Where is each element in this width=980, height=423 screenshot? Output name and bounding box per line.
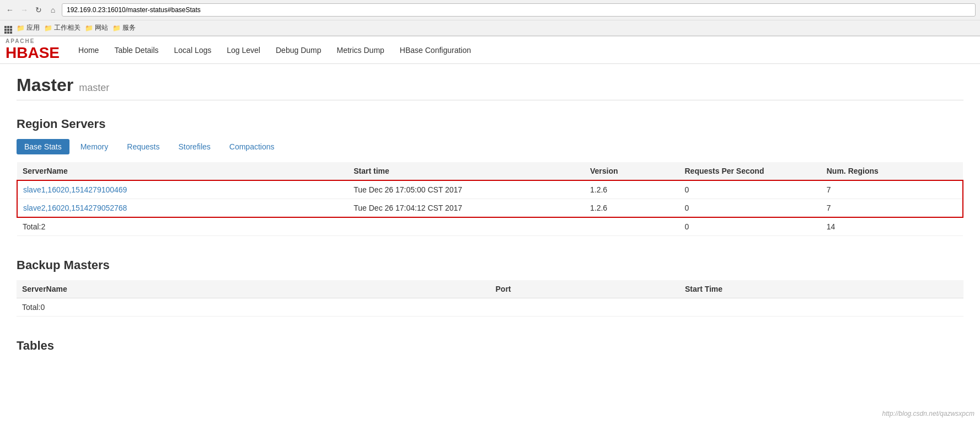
total-body: Total:2 0 14	[17, 217, 963, 236]
tab-compactions[interactable]: Compactions	[222, 139, 282, 154]
col-server-name: ServerName	[17, 162, 348, 180]
cell-regions: 7	[821, 180, 963, 199]
bookmark-label: 应用	[26, 23, 40, 33]
tab-storefiles[interactable]: Storefiles	[170, 139, 218, 154]
home-button[interactable]: ⌂	[47, 4, 58, 15]
backup-table-body: Total:0	[17, 298, 963, 317]
bookmark-service[interactable]: 📁 服务	[113, 23, 136, 33]
tab-base-stats[interactable]: Base Stats	[17, 139, 69, 154]
bookmark-label: 网站	[95, 23, 108, 33]
page-subtitle: master	[79, 82, 109, 94]
backup-total-row: Total:0	[17, 298, 963, 317]
table-body: slave1,16020,1514279100469 Tue Dec 26 17…	[17, 180, 963, 217]
folder-icon: 📁	[44, 24, 52, 32]
address-bar[interactable]	[62, 3, 976, 17]
tables-title: Tables	[17, 339, 963, 353]
col-version: Version	[585, 162, 679, 180]
main-content: Master master Region Servers Base Stats …	[0, 64, 980, 372]
folder-icon: 📁	[113, 24, 121, 32]
backup-total-start	[679, 298, 963, 317]
cell-server-name: slave2,16020,1514279052768	[17, 199, 348, 218]
logo-apache-text: APACHE	[6, 39, 60, 44]
backup-total-label: Total:0	[17, 298, 490, 317]
backup-masters-table: ServerName Port Start Time Total:0	[17, 280, 963, 317]
server-link-1[interactable]: slave1,16020,1514279100469	[23, 185, 127, 194]
cell-start-time: Tue Dec 26 17:05:00 CST 2017	[348, 180, 585, 199]
nav-local-logs[interactable]: Local Logs	[167, 36, 219, 64]
bookmark-work[interactable]: 📁 工作相关	[44, 23, 81, 33]
nav-links: Home Table Details Local Logs Log Level …	[71, 36, 479, 64]
backup-masters-section: Backup Masters ServerName Port Start Tim…	[17, 258, 963, 317]
cell-version: 1.2.6	[585, 180, 679, 199]
app-logo: APACHE H BASE	[6, 39, 60, 62]
logo-h: H	[6, 44, 17, 62]
region-servers-title: Region Servers	[17, 117, 963, 131]
table-row: slave1,16020,1514279100469 Tue Dec 26 17…	[17, 180, 963, 199]
nav-metrics-dump[interactable]: Metrics Dump	[329, 36, 392, 64]
apps-icon[interactable]	[4, 22, 12, 34]
back-button[interactable]: ←	[4, 4, 15, 15]
server-link-2[interactable]: slave2,16020,1514279052768	[23, 204, 127, 212]
total-regions: 14	[821, 217, 963, 236]
tab-requests[interactable]: Requests	[119, 139, 167, 154]
app-navbar: APACHE H BASE Home Table Details Local L…	[0, 36, 980, 64]
nav-hbase-config[interactable]: HBase Configuration	[392, 36, 479, 64]
tab-bar: Base Stats Memory Requests Storefiles Co…	[17, 139, 963, 154]
col-start-time: Start time	[348, 162, 585, 180]
region-servers-section: Region Servers Base Stats Memory Request…	[17, 117, 963, 236]
tab-memory[interactable]: Memory	[73, 139, 116, 154]
cell-version: 1.2.6	[585, 199, 679, 218]
folder-icon: 📁	[85, 24, 93, 32]
bookmarks-bar: 📁 应用 📁 工作相关 📁 网站 📁 服务	[0, 20, 980, 36]
backup-col-server: ServerName	[17, 280, 490, 298]
total-label: Total:2	[17, 217, 348, 236]
backup-total-port	[490, 298, 679, 317]
tables-section: Tables	[17, 339, 963, 353]
cell-start-time: Tue Dec 26 17:04:12 CST 2017	[348, 199, 585, 218]
logo-base: BASE	[17, 44, 60, 62]
backup-masters-title: Backup Masters	[17, 258, 963, 272]
bookmark-website[interactable]: 📁 网站	[85, 23, 108, 33]
backup-table-header: ServerName Port Start Time	[17, 280, 963, 298]
region-servers-table: ServerName Start time Version Requests P…	[17, 162, 963, 236]
page-title: Master	[17, 75, 73, 95]
col-num-regions: Num. Regions	[821, 162, 963, 180]
browser-toolbar: ← → ↻ ⌂	[0, 0, 980, 20]
cell-regions: 7	[821, 199, 963, 218]
total-requests: 0	[679, 217, 821, 236]
nav-log-level[interactable]: Log Level	[219, 36, 268, 64]
backup-col-start-time: Start Time	[679, 280, 963, 298]
nav-home[interactable]: Home	[71, 36, 106, 64]
total-start	[348, 217, 585, 236]
title-divider	[17, 100, 963, 100]
table-header: ServerName Start time Version Requests P…	[17, 162, 963, 180]
cell-server-name: slave1,16020,1514279100469	[17, 180, 348, 199]
cell-requests: 0	[679, 199, 821, 218]
table-total-row: Total:2 0 14	[17, 217, 963, 236]
folder-icon: 📁	[17, 24, 25, 32]
page-title-section: Master master	[17, 75, 963, 95]
bookmark-label: 服务	[122, 23, 136, 33]
table-row: slave2,16020,1514279052768 Tue Dec 26 17…	[17, 199, 963, 218]
col-requests-per-sec: Requests Per Second	[679, 162, 821, 180]
forward-button[interactable]: →	[19, 4, 30, 15]
backup-col-port: Port	[490, 280, 679, 298]
reload-button[interactable]: ↻	[33, 4, 44, 15]
bookmark-label: 工作相关	[54, 23, 81, 33]
bookmark-apps[interactable]: 📁 应用	[17, 23, 40, 33]
cell-requests: 0	[679, 180, 821, 199]
total-version	[585, 217, 679, 236]
nav-debug-dump[interactable]: Debug Dump	[268, 36, 329, 64]
nav-table-details[interactable]: Table Details	[106, 36, 166, 64]
